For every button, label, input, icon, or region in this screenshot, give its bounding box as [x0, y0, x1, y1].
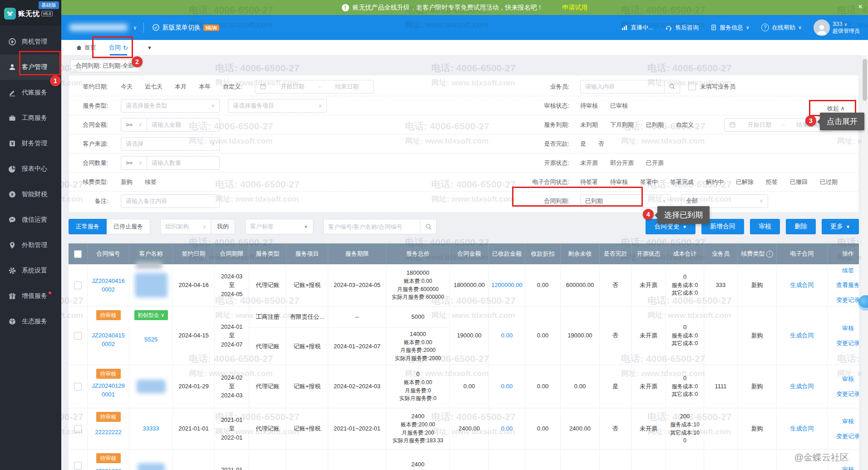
customer-name-link[interactable]: 5525 — [144, 335, 158, 344]
row-checkbox[interactable] — [74, 462, 82, 470]
action-renew-link[interactable]: 续签 — [836, 266, 859, 275]
received-amount-link[interactable]: 0.00 — [501, 424, 513, 433]
filter-option[interactable]: 已过期 — [820, 178, 838, 186]
sidebar-item-wechat[interactable]: 微信运营 — [0, 207, 61, 233]
row-checkbox[interactable] — [74, 282, 82, 289]
select-all-checkbox[interactable] — [74, 250, 82, 258]
filter-option[interactable]: 已审核 — [610, 102, 628, 110]
delete-button[interactable]: 删除 — [786, 219, 816, 234]
audit-button[interactable]: 审核 — [750, 219, 780, 234]
customer-source-select[interactable]: 请选择∨ — [121, 137, 220, 151]
filter-option[interactable]: 待签署 — [580, 178, 598, 186]
filter-option[interactable]: 近七天 — [145, 83, 163, 91]
filter-option[interactable]: 签署完成 — [670, 178, 694, 186]
blurred-customer-name[interactable] — [135, 273, 168, 297]
filter-option[interactable]: 签署中 — [640, 178, 658, 186]
action-audit-link[interactable]: 审核 — [836, 324, 859, 333]
col-header[interactable]: 业务员 — [704, 243, 738, 264]
salesman-input[interactable] — [580, 80, 665, 94]
customer-name-link[interactable]: 33333 — [143, 424, 159, 433]
amount-operator-select[interactable]: >=∨ — [121, 118, 147, 132]
col-header[interactable]: 是否完款 — [600, 243, 631, 264]
salesman-search-button[interactable] — [665, 80, 680, 94]
action-change-log-link[interactable]: 变更记录 — [836, 432, 859, 441]
filter-option[interactable]: 未到期 — [580, 121, 598, 129]
generate-contract-link[interactable]: 生成合同 — [790, 424, 814, 433]
aftersale-menu-item[interactable]: 售后咨询 — [665, 24, 699, 32]
blurred-customer-name[interactable] — [137, 380, 166, 393]
action-change-log-link[interactable]: 变更记录 — [836, 339, 859, 348]
menu-switch-button[interactable]: 新版菜单切换 NEW — [152, 24, 220, 32]
sidebar-item-reports[interactable]: 报表中心 — [0, 156, 61, 182]
count-operator-select[interactable]: >=∨ — [121, 156, 147, 170]
filter-option[interactable]: 部分开票 — [610, 159, 634, 167]
live-menu-item[interactable]: 直播中... — [621, 24, 653, 32]
contract-number-link[interactable]: 22222222 — [95, 428, 122, 437]
filter-option[interactable]: 新购 — [121, 178, 133, 186]
action-view-service-link[interactable]: 查看服务 — [836, 281, 859, 290]
company-selector[interactable] — [69, 24, 128, 31]
stopped-service-tab[interactable]: 已停止服务 — [107, 219, 150, 234]
scrollbar-thumb[interactable] — [863, 59, 867, 101]
sidebar-item-field[interactable]: 外勤管理 — [0, 233, 61, 258]
customer-tag-select[interactable]: 客户标签▼ — [245, 219, 313, 234]
action-change-log-link[interactable]: 变更记录 — [836, 390, 859, 399]
action-audit-link[interactable]: 审核 — [836, 375, 859, 384]
online-help-menu-item[interactable]: ? 在线帮助 ∨ — [761, 24, 802, 32]
sidebar-item-valueadded[interactable]: 增值服务 — [0, 283, 61, 309]
col-header[interactable]: 合同编号 — [88, 243, 129, 264]
contract-number-link[interactable]: JZ202404150002 — [92, 331, 125, 349]
row-checkbox[interactable] — [74, 332, 82, 340]
sidebar-item-settings[interactable]: 系统设置 — [0, 258, 61, 283]
col-header[interactable]: 服务类型 — [249, 243, 286, 264]
generate-contract-link[interactable]: 生成合同 — [790, 382, 814, 391]
action-audit-link[interactable]: 审核 — [836, 417, 859, 426]
normal-service-tab[interactable]: 正常服务 — [69, 219, 107, 234]
col-header[interactable]: 签约日期 — [173, 243, 215, 264]
contract-number-link[interactable]: JZ202401290001 — [92, 381, 125, 399]
customer-search-input[interactable] — [323, 219, 420, 234]
col-header[interactable]: 开票状态 — [631, 243, 666, 264]
contract-expire-scope-select[interactable]: 全部∨ — [681, 194, 768, 208]
col-header[interactable]: 服务项目 — [286, 243, 328, 264]
row-checkbox[interactable] — [74, 383, 82, 391]
filter-option[interactable]: 已开票 — [646, 159, 664, 167]
sidebar-item-smarttax[interactable]: ¥ 智能财税 — [0, 182, 61, 207]
generate-contract-link[interactable]: 生成合同 — [790, 331, 814, 340]
filter-option[interactable]: 解约中 — [706, 178, 724, 186]
received-amount-link[interactable]: 0.00 — [501, 382, 513, 391]
tab-menu-caret-icon[interactable]: ▼ — [147, 45, 152, 50]
sidebar-item-ecosystem[interactable]: 生态服务 — [0, 309, 61, 334]
amount-input[interactable] — [147, 118, 220, 132]
col-header[interactable]: 服务总价 — [386, 243, 450, 264]
no-salesman-checkbox[interactable] — [688, 83, 696, 90]
filter-option[interactable]: 待审核 — [610, 178, 628, 186]
org-select[interactable]: 组织架构∨ — [160, 219, 211, 234]
filter-option[interactable]: 今天 — [121, 83, 133, 91]
action-audit-link[interactable]: 审核 — [842, 465, 854, 470]
filter-option[interactable]: 未开票 — [580, 159, 598, 167]
col-header[interactable]: 已收款金额 — [489, 243, 525, 264]
filter-option[interactable]: 否 — [598, 140, 604, 148]
count-input[interactable] — [147, 156, 220, 170]
service-info-menu-item[interactable]: 服务信息 ∨ — [710, 24, 750, 32]
filter-option[interactable]: 本年 — [199, 83, 211, 91]
col-header[interactable]: 服务期限 — [328, 243, 386, 264]
col-header[interactable]: 合同期限 — [215, 243, 249, 264]
more-button[interactable]: 更多▼ — [822, 219, 859, 234]
close-icon[interactable]: × — [858, 2, 863, 11]
received-amount-link[interactable]: 1200000.00 — [490, 281, 524, 290]
filter-option[interactable]: 拒签 — [766, 178, 778, 186]
user-menu[interactable]: 333 ∨ 超级管理员 — [814, 20, 860, 36]
sidebar-item-finance[interactable]: ¥ 财务管理 — [0, 131, 61, 156]
filter-option[interactable]: 待审核 — [580, 102, 598, 110]
col-header[interactable]: 电子合同 — [777, 243, 828, 264]
action-change-log-link[interactable]: 变更记录 — [836, 296, 859, 305]
sidebar-item-business[interactable]: 工商服务 — [0, 105, 61, 131]
sign-date-range-picker[interactable]: 开始日期 - 结束日期 — [255, 80, 374, 94]
remark-input[interactable] — [121, 194, 220, 208]
generate-contract-link[interactable]: 生成合同 — [790, 281, 814, 290]
contract-number-link[interactable]: JZ201608 — [92, 467, 125, 470]
filter-option[interactable]: 自定义: — [223, 83, 242, 91]
chevron-down-icon[interactable]: ∨ — [133, 25, 137, 31]
